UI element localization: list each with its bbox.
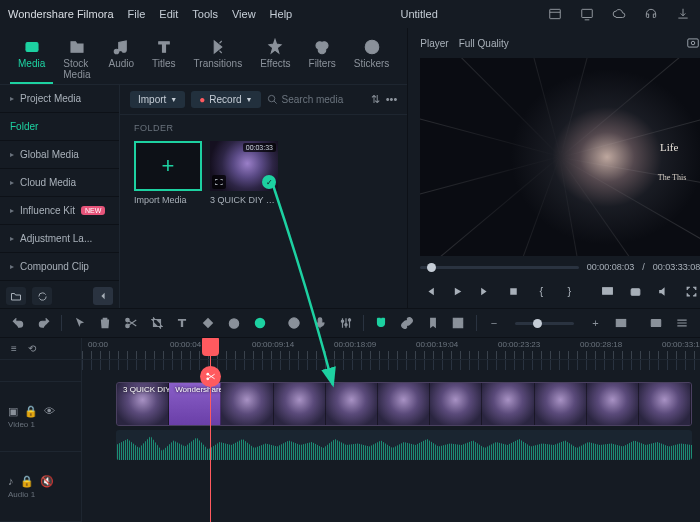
cloud-icon[interactable] bbox=[610, 5, 628, 23]
screen-icon[interactable] bbox=[598, 282, 616, 300]
play-button[interactable] bbox=[448, 282, 466, 300]
scrub-bar[interactable] bbox=[420, 266, 578, 269]
video-clip[interactable]: 3 QUICK DIY Music Video Hacks Wondershar… bbox=[116, 382, 692, 426]
undo-button[interactable] bbox=[10, 315, 27, 332]
plus-icon: + bbox=[162, 153, 175, 179]
tab-titles[interactable]: Titles bbox=[144, 34, 184, 84]
keyframe-button[interactable] bbox=[200, 315, 217, 332]
audio-track-header[interactable]: ♪ 🔒 🔇 Audio 1 bbox=[0, 452, 81, 522]
grid-icon[interactable] bbox=[450, 315, 467, 332]
import-media-card[interactable]: + Import Media bbox=[134, 141, 202, 205]
stop-button[interactable] bbox=[504, 282, 522, 300]
prev-button[interactable] bbox=[420, 282, 438, 300]
audio-clip[interactable] bbox=[116, 430, 692, 460]
svg-rect-26 bbox=[454, 318, 458, 322]
play-tl-button[interactable] bbox=[286, 315, 303, 332]
sidebar-item[interactable]: ▸Compound Clip bbox=[0, 253, 119, 281]
mark-out-button[interactable]: } bbox=[560, 282, 578, 300]
svg-point-7 bbox=[365, 40, 379, 54]
marker-icon[interactable] bbox=[424, 315, 441, 332]
player-panel: Player Full Quality Life The This 00:00:… bbox=[408, 28, 700, 308]
sidebar-item[interactable]: Folder bbox=[0, 113, 119, 141]
sidebar-item[interactable]: ▸Adjustment La... bbox=[0, 225, 119, 253]
media-panel: MediaStock MediaAudioTitlesTransitionsEf… bbox=[0, 28, 408, 308]
camera-icon[interactable] bbox=[626, 282, 644, 300]
collapse-sidebar-button[interactable] bbox=[93, 287, 113, 305]
overlay-text-2: The This bbox=[658, 173, 687, 182]
fit-button[interactable] bbox=[613, 315, 630, 332]
zoom-slider[interactable] bbox=[515, 322, 574, 325]
menu-edit[interactable]: Edit bbox=[159, 8, 178, 20]
import-button[interactable]: Import▼ bbox=[130, 91, 185, 108]
color-button[interactable] bbox=[251, 315, 268, 332]
tab-media[interactable]: Media bbox=[10, 34, 53, 84]
render-icon[interactable] bbox=[648, 315, 665, 332]
preview-viewport[interactable]: Life The This bbox=[420, 58, 700, 256]
tl-menu-icon[interactable]: ≡ bbox=[8, 340, 20, 357]
menu-tools[interactable]: Tools bbox=[192, 8, 218, 20]
support-icon[interactable] bbox=[642, 5, 660, 23]
tab-stickers[interactable]: Stickers bbox=[346, 34, 398, 84]
tab-stock[interactable]: Stock Media bbox=[55, 34, 98, 84]
more-icon[interactable]: ••• bbox=[386, 93, 398, 106]
sidebar-item[interactable]: ▸Global Media bbox=[0, 141, 119, 169]
menu-view[interactable]: View bbox=[232, 8, 256, 20]
record-button[interactable]: ●Record▼ bbox=[191, 91, 260, 108]
svg-point-17 bbox=[126, 318, 130, 322]
redo-button[interactable] bbox=[36, 315, 53, 332]
media-clip-card[interactable]: 00:03:33 ⛶ ✓ 3 QUICK DIY Music Vi... bbox=[210, 141, 278, 205]
zoom-out-button[interactable]: − bbox=[486, 315, 503, 332]
refresh-icon[interactable] bbox=[32, 287, 52, 305]
scissors-icon[interactable] bbox=[200, 366, 221, 387]
split-button[interactable] bbox=[123, 315, 140, 332]
layout-icon[interactable] bbox=[546, 5, 564, 23]
volume-icon[interactable] bbox=[654, 282, 672, 300]
link-icon[interactable] bbox=[399, 315, 416, 332]
magnet-icon[interactable] bbox=[373, 315, 390, 332]
next-button[interactable] bbox=[476, 282, 494, 300]
timeline: ≡ ⟲ ▣ 🔒 👁 Video 1 ♪ 🔒 🔇 Audio 1 00:0000:… bbox=[0, 338, 700, 522]
video-track-header[interactable]: ▣ 🔒 👁 Video 1 bbox=[0, 382, 81, 452]
mark-in-button[interactable]: { bbox=[532, 282, 550, 300]
lock-icon[interactable]: 🔒 bbox=[20, 475, 34, 488]
sidebar-item[interactable]: ▸Influence KitNEW bbox=[0, 197, 119, 225]
audio-track-icon: ♪ bbox=[8, 475, 14, 488]
filter-icon[interactable]: ⇅ bbox=[371, 93, 380, 106]
zoom-in-button[interactable]: + bbox=[587, 315, 604, 332]
cursor-tool[interactable] bbox=[71, 315, 88, 332]
playhead[interactable] bbox=[210, 338, 211, 522]
mic-icon[interactable] bbox=[312, 315, 329, 332]
tab-audio[interactable]: Audio bbox=[100, 34, 142, 84]
svg-point-12 bbox=[692, 41, 696, 45]
sidebar-item[interactable]: ▸Cloud Media bbox=[0, 169, 119, 197]
timeline-tracks[interactable]: 00:0000:00:04:1900:00:09:1400:00:18:0900… bbox=[82, 338, 700, 522]
expand-icon[interactable]: ⛶ bbox=[212, 175, 226, 189]
quality-selector[interactable]: Full Quality bbox=[459, 38, 509, 49]
tab-fx[interactable]: Effects bbox=[252, 34, 298, 84]
fullscreen-icon[interactable] bbox=[682, 282, 700, 300]
lock-icon[interactable]: 🔒 bbox=[24, 405, 38, 418]
new-folder-button[interactable] bbox=[6, 287, 26, 305]
menu-help[interactable]: Help bbox=[270, 8, 293, 20]
export-button[interactable] bbox=[674, 5, 692, 23]
svg-rect-28 bbox=[454, 324, 458, 328]
app-name: Wondershare Filmora bbox=[8, 8, 114, 20]
clip-duration: 00:03:33 bbox=[243, 143, 276, 152]
tab-filters[interactable]: Filters bbox=[301, 34, 344, 84]
tl-link-icon[interactable]: ⟲ bbox=[26, 340, 38, 357]
visibility-icon[interactable]: 👁 bbox=[44, 405, 55, 418]
sidebar-item[interactable]: ▸Project Media bbox=[0, 85, 119, 113]
tab-trans[interactable]: Transitions bbox=[186, 34, 251, 84]
speed-button[interactable] bbox=[225, 315, 242, 332]
text-button[interactable] bbox=[174, 315, 191, 332]
settings-icon[interactable] bbox=[673, 315, 690, 332]
menu-file[interactable]: File bbox=[128, 8, 146, 20]
share-icon[interactable] bbox=[578, 5, 596, 23]
crop-button[interactable] bbox=[148, 315, 165, 332]
mute-icon[interactable]: 🔇 bbox=[40, 475, 54, 488]
snapshot-icon[interactable] bbox=[686, 36, 700, 50]
delete-button[interactable] bbox=[97, 315, 114, 332]
mixer-icon[interactable] bbox=[337, 315, 354, 332]
search-input[interactable]: Search media bbox=[267, 94, 365, 105]
svg-rect-11 bbox=[688, 39, 699, 47]
